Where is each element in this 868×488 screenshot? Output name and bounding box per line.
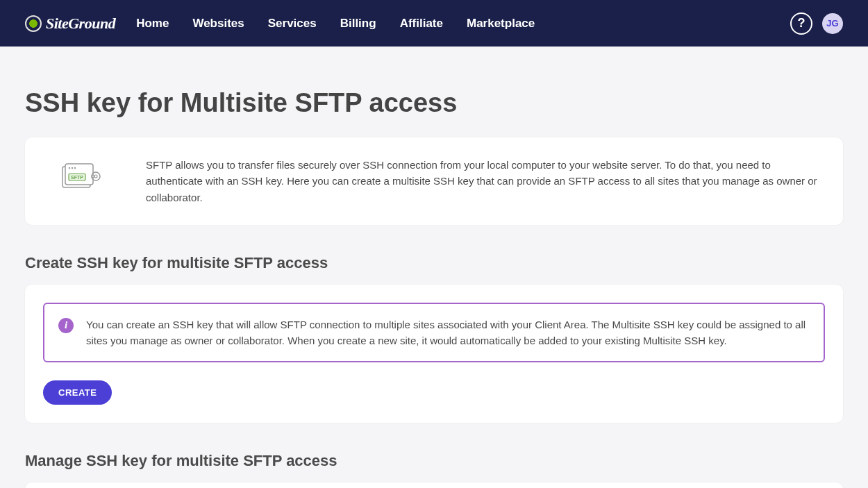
main-nav: Home Websites Services Billing Affiliate…	[136, 17, 535, 31]
svg-point-7	[94, 175, 97, 178]
intro-card: SFTP SFTP allows you to transfer files s…	[25, 137, 843, 225]
create-card: i You can create an SSH key that will al…	[25, 285, 843, 423]
nav-affiliate[interactable]: Affiliate	[400, 17, 443, 31]
svg-rect-8	[92, 176, 94, 177]
info-box: i You can create an SSH key that will al…	[43, 303, 825, 363]
avatar-initials: JG	[826, 18, 838, 28]
brand-logo[interactable]: SiteGround	[25, 15, 115, 33]
help-button[interactable]: ?	[790, 12, 812, 35]
svg-point-2	[69, 167, 70, 169]
nav-home[interactable]: Home	[136, 17, 169, 31]
svg-point-4	[74, 167, 76, 169]
create-section-heading: Create SSH key for multisite SFTP access	[25, 254, 843, 272]
sftp-illustration-icon: SFTP	[50, 157, 112, 194]
help-icon: ?	[798, 16, 806, 31]
sftp-badge-text: SFTP	[71, 175, 83, 180]
manage-section-heading: Manage SSH key for multisite SFTP access	[25, 452, 843, 470]
page-title: SSH key for Multisite SFTP access	[25, 88, 843, 118]
avatar[interactable]: JG	[822, 13, 843, 34]
top-navigation: SiteGround Home Websites Services Billin…	[0, 0, 868, 47]
topbar-right: ? JG	[790, 12, 843, 35]
info-text: You can create an SSH key that will allo…	[86, 317, 810, 349]
nav-services[interactable]: Services	[268, 17, 317, 31]
svg-point-3	[72, 167, 73, 169]
nav-websites[interactable]: Websites	[192, 17, 244, 31]
page-content: SSH key for Multisite SFTP access SFTP S…	[0, 88, 868, 488]
create-button[interactable]: CREATE	[43, 380, 112, 405]
logo-swirl-icon	[25, 15, 42, 32]
nav-billing[interactable]: Billing	[340, 17, 376, 31]
info-icon: i	[58, 318, 74, 333]
nav-marketplace[interactable]: Marketplace	[467, 17, 535, 31]
manage-card	[25, 482, 843, 488]
brand-name: SiteGround	[46, 15, 115, 33]
intro-text: SFTP allows you to transfer files secure…	[146, 157, 818, 205]
